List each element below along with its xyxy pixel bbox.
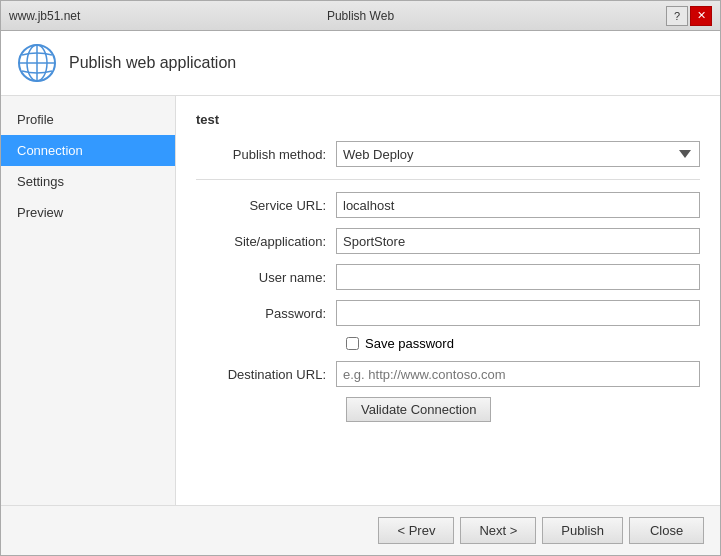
- section-title: test: [196, 112, 700, 127]
- divider-1: [196, 179, 700, 180]
- publish-method-select[interactable]: Web Deploy Web Deploy Package FTP File S…: [336, 141, 700, 167]
- sidebar-item-profile[interactable]: Profile: [1, 104, 175, 135]
- next-button[interactable]: Next >: [460, 517, 536, 544]
- site-application-row: Site/application:: [196, 228, 700, 254]
- sidebar-item-connection[interactable]: Connection: [1, 135, 175, 166]
- user-name-input[interactable]: [336, 264, 700, 290]
- publish-method-row: Publish method: Web Deploy Web Deploy Pa…: [196, 141, 700, 167]
- destination-url-input[interactable]: [336, 361, 700, 387]
- sidebar-item-settings[interactable]: Settings: [1, 166, 175, 197]
- validate-row: Validate Connection: [196, 397, 700, 422]
- header-title: Publish web application: [69, 54, 236, 72]
- close-button[interactable]: Close: [629, 517, 704, 544]
- right-panel: test Publish method: Web Deploy Web Depl…: [176, 96, 720, 505]
- validate-connection-button[interactable]: Validate Connection: [346, 397, 491, 422]
- close-window-button[interactable]: ✕: [690, 6, 712, 26]
- save-password-checkbox[interactable]: [346, 337, 359, 350]
- globe-icon: [17, 43, 57, 83]
- password-input[interactable]: [336, 300, 700, 326]
- footer: < Prev Next > Publish Close: [1, 505, 720, 555]
- save-password-row: Save password: [346, 336, 700, 351]
- sidebar: Profile Connection Settings Preview: [1, 96, 176, 505]
- save-password-label[interactable]: Save password: [365, 336, 454, 351]
- publish-method-label: Publish method:: [196, 147, 336, 162]
- main-content: Profile Connection Settings Preview test…: [1, 96, 720, 505]
- destination-url-label: Destination URL:: [196, 367, 336, 382]
- destination-url-row: Destination URL:: [196, 361, 700, 387]
- site-application-label: Site/application:: [196, 234, 336, 249]
- user-name-row: User name:: [196, 264, 700, 290]
- service-url-input[interactable]: [336, 192, 700, 218]
- password-label: Password:: [196, 306, 336, 321]
- password-row: Password:: [196, 300, 700, 326]
- user-name-label: User name:: [196, 270, 336, 285]
- sidebar-item-preview[interactable]: Preview: [1, 197, 175, 228]
- site-application-input[interactable]: [336, 228, 700, 254]
- publish-button[interactable]: Publish: [542, 517, 623, 544]
- header-area: Publish web application: [1, 31, 720, 96]
- window-title: Publish Web: [327, 9, 394, 23]
- service-url-row: Service URL:: [196, 192, 700, 218]
- prev-button[interactable]: < Prev: [378, 517, 454, 544]
- help-button[interactable]: ?: [666, 6, 688, 26]
- service-url-label: Service URL:: [196, 198, 336, 213]
- watermark-label: www.jb51.net: [9, 9, 80, 23]
